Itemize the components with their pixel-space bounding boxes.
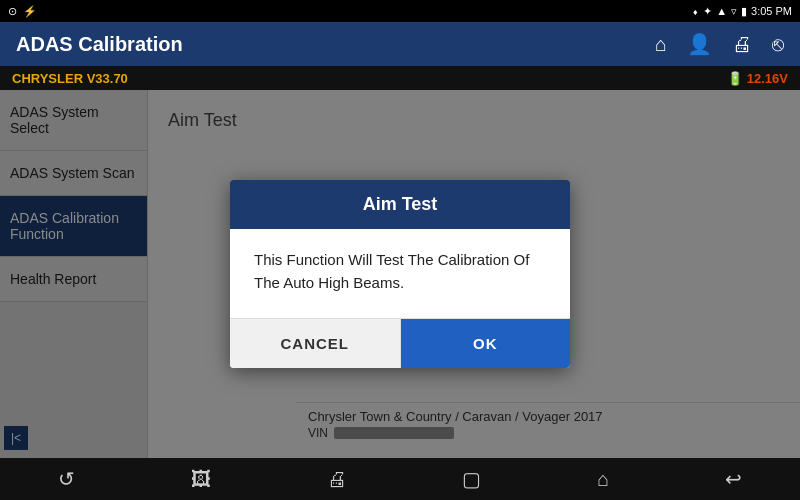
app-header: ADAS Calibration ⌂ 👤 🖨 ⎋ [0, 22, 800, 66]
battery-icon-small: 🔋 [727, 71, 743, 86]
home-icon[interactable]: ⌂ [655, 33, 667, 56]
modal-overlay: Aim Test This Function Will Test The Cal… [0, 90, 800, 458]
dialog-header: Aim Test [230, 180, 570, 229]
print-icon[interactable]: 🖨 [732, 33, 752, 56]
signal-icon: ▲ [716, 5, 727, 17]
app-title: ADAS Calibration [16, 33, 183, 56]
user-icon[interactable]: 👤 [687, 32, 712, 56]
back-circle-icon[interactable]: ↺ [58, 467, 75, 491]
dialog-footer: CANCEL OK [230, 318, 570, 368]
cancel-button[interactable]: CANCEL [230, 319, 401, 368]
vehicle-version: CHRYSLER V33.70 [12, 71, 128, 86]
gallery-icon[interactable]: 🖼 [191, 468, 211, 491]
location-icon: ⬧ [692, 5, 699, 17]
status-bar-right: ⬧ ✦ ▲ ▿ ▮ 3:05 PM [692, 5, 792, 18]
android-icon: ⊙ [8, 5, 17, 18]
square-icon[interactable]: ▢ [462, 467, 481, 491]
dialog-body: This Function Will Test The Calibration … [230, 229, 570, 318]
exit-icon[interactable]: ⎋ [772, 33, 784, 56]
dialog-title: Aim Test [363, 194, 438, 214]
print-bottom-icon[interactable]: 🖨 [327, 468, 347, 491]
home-bottom-icon[interactable]: ⌂ [597, 468, 609, 491]
header-icons: ⌂ 👤 🖨 ⎋ [655, 32, 784, 56]
main-content: ADAS System Select ADAS System Scan ADAS… [0, 90, 800, 458]
status-bar-left: ⊙ ⚡ [8, 5, 37, 18]
usb-icon: ⚡ [23, 5, 37, 18]
bluetooth-icon: ✦ [703, 5, 712, 18]
battery-level: 🔋 12.16V [727, 71, 788, 86]
dialog-message: This Function Will Test The Calibration … [254, 251, 529, 291]
aim-test-dialog: Aim Test This Function Will Test The Cal… [230, 180, 570, 368]
battery-icon: ▮ [741, 5, 747, 18]
back-arrow-icon[interactable]: ↩ [725, 467, 742, 491]
time-display: 3:05 PM [751, 5, 792, 17]
sub-header: CHRYSLER V33.70 🔋 12.16V [0, 66, 800, 90]
status-bar: ⊙ ⚡ ⬧ ✦ ▲ ▿ ▮ 3:05 PM [0, 0, 800, 22]
ok-button[interactable]: OK [401, 319, 571, 368]
bottom-navigation-bar: ↺ 🖼 🖨 ▢ ⌂ ↩ [0, 458, 800, 500]
wifi-icon: ▿ [731, 5, 737, 18]
